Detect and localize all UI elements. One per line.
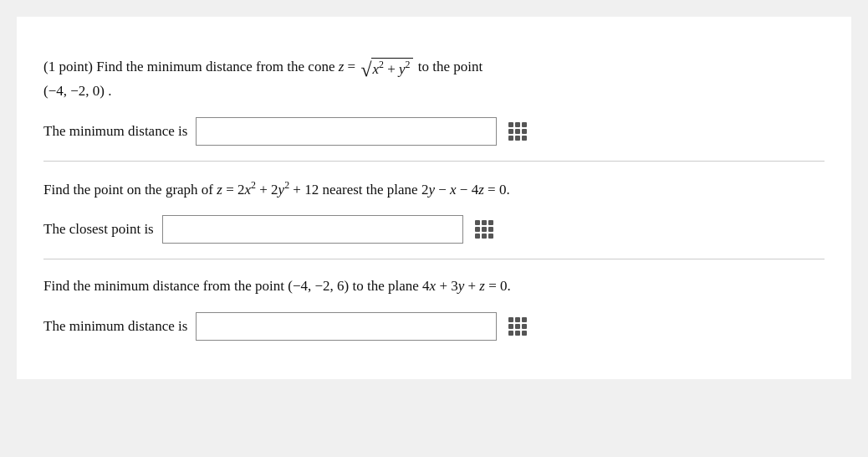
problem-1-prefix: (1 point) Find the minimum distance from…: [43, 59, 359, 74]
problem-1-input[interactable]: [196, 117, 497, 146]
problem-2-answer-label: The closest point is: [43, 221, 154, 238]
problem-2-input[interactable]: [162, 215, 463, 244]
problem-block-1: (1 point) Find the minimum distance from…: [43, 40, 825, 162]
main-container: (1 point) Find the minimum distance from…: [17, 17, 851, 379]
problem-3-grid-icon[interactable]: [505, 314, 530, 339]
dot: [475, 227, 480, 232]
dot: [515, 324, 520, 329]
dot: [522, 122, 527, 127]
problem-block-2: Find the point on the graph of z = 2x2 +…: [43, 162, 825, 260]
problem-1-answer-label: The minimum distance is: [43, 123, 187, 140]
problem-2-text: Find the point on the graph of z = 2x2 +…: [43, 177, 825, 203]
problem-3-text: Find the minimum distance from the point…: [43, 275, 825, 299]
problem-3-input[interactable]: [196, 312, 497, 341]
dot: [482, 220, 487, 225]
problem-1-text: (1 point) Find the minimum distance from…: [43, 55, 825, 104]
problem-3-answer-row: The minimum distance is: [43, 312, 825, 341]
dot: [515, 122, 520, 127]
grid-dots-3: [508, 317, 527, 336]
dot: [522, 136, 527, 141]
dot: [475, 220, 480, 225]
problem-1-answer-row: The minimum distance is: [43, 117, 825, 146]
dot: [488, 227, 493, 232]
grid-dots-1: [508, 122, 527, 141]
dot: [488, 234, 493, 239]
dot: [475, 234, 480, 239]
dot: [522, 317, 527, 322]
dot: [482, 227, 487, 232]
dot: [522, 129, 527, 134]
dot: [482, 234, 487, 239]
dot: [522, 331, 527, 336]
dot: [508, 136, 513, 141]
dot: [515, 136, 520, 141]
dot: [508, 129, 513, 134]
dot: [508, 317, 513, 322]
dot: [508, 331, 513, 336]
dot: [515, 129, 520, 134]
sqrt-expression: √x2 + y2: [360, 58, 412, 79]
problem-2-answer-row: The closest point is: [43, 215, 825, 244]
problem-1-suffix: to the point: [415, 59, 483, 74]
dot: [488, 220, 493, 225]
dot: [515, 317, 520, 322]
dot: [508, 324, 513, 329]
dot: [508, 122, 513, 127]
problem-block-3: Find the minimum distance from the point…: [43, 259, 825, 356]
grid-dots-2: [475, 220, 493, 239]
problem-2-grid-icon[interactable]: [472, 217, 497, 242]
dot: [515, 331, 520, 336]
dot: [522, 324, 527, 329]
problem-1-point: (−4, −2, 0) .: [43, 83, 112, 99]
problem-3-answer-label: The minimum distance is: [43, 318, 187, 335]
problem-1-grid-icon[interactable]: [505, 119, 530, 144]
